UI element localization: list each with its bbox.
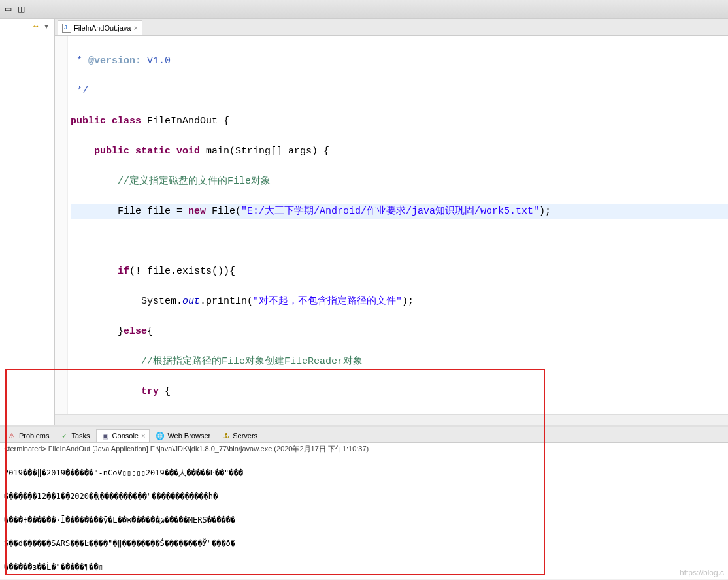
watermark: https://blog.c bbox=[680, 568, 724, 577]
tab-label: Servers bbox=[233, 432, 257, 440]
console-line: �������12��1��2020��˻����������"��������… bbox=[4, 491, 724, 502]
console-icon: ▣ bbox=[101, 431, 110, 440]
tab-label: Tasks bbox=[71, 432, 90, 440]
console-line: 2019���‖�2019������"-nCoV▯▯▯▯▯2019���人��… bbox=[4, 467, 724, 479]
tab-label: Problems bbox=[19, 432, 49, 440]
minimize-icon[interactable]: ▭ bbox=[3, 4, 13, 14]
horizontal-scrollbar[interactable] bbox=[55, 414, 728, 425]
console-line: Ś��d������SARS���Ŀ����"�‖��������Ś������… bbox=[4, 538, 724, 549]
side-panel: ↔ ▾ bbox=[0, 18, 55, 425]
close-icon[interactable]: × bbox=[141, 432, 145, 440]
restore-icon[interactable]: ◫ bbox=[16, 4, 26, 14]
tab-servers[interactable]: 🖧 Servers bbox=[216, 429, 262, 442]
editor-tab-fileinandout[interactable]: FileInAndOut.java × bbox=[58, 20, 142, 35]
tasks-icon: ✓ bbox=[59, 431, 69, 440]
close-icon[interactable]: × bbox=[133, 24, 137, 32]
code-area[interactable]: * @version: V1.0 */ public class FileInA… bbox=[68, 36, 728, 414]
console-line: ������з��Ĺ�"�����¶��▯ bbox=[4, 561, 724, 573]
globe-icon: 🌐 bbox=[156, 431, 165, 440]
console-output[interactable]: 2019���‖�2019������"-nCoV▯▯▯▯▯2019���人��… bbox=[0, 455, 728, 579]
editor-tab-label: FileInAndOut.java bbox=[74, 24, 131, 32]
toolbar-strip: ▭ ◫ bbox=[0, 0, 728, 18]
java-file-icon bbox=[62, 24, 71, 33]
tab-console[interactable]: ▣ Console × bbox=[96, 429, 150, 442]
tab-tasks[interactable]: ✓ Tasks bbox=[55, 429, 94, 442]
main-area: ↔ ▾ FileInAndOut.java × * @version: V1.0… bbox=[0, 18, 728, 425]
editor-tabbar: FileInAndOut.java × bbox=[55, 19, 728, 36]
bottom-tabbar: ⚠ Problems ✓ Tasks ▣ Console × 🌐 Web Bro… bbox=[0, 427, 728, 443]
tab-web-browser[interactable]: 🌐 Web Browser bbox=[151, 429, 215, 442]
editor-area: FileInAndOut.java × * @version: V1.0 */ … bbox=[55, 18, 728, 425]
editor-content[interactable]: * @version: V1.0 */ public class FileInA… bbox=[55, 36, 728, 414]
editor-ruler bbox=[55, 36, 68, 414]
tab-problems[interactable]: ⚠ Problems bbox=[3, 429, 54, 442]
bottom-pane: ⚠ Problems ✓ Tasks ▣ Console × 🌐 Web Bro… bbox=[0, 425, 728, 579]
console-status: <terminated> FileInAndOut [Java Applicat… bbox=[0, 443, 728, 455]
tab-label: Web Browser bbox=[167, 432, 210, 440]
servers-icon: 🖧 bbox=[221, 431, 230, 440]
console-line: ����Ŧ������·Ī��������ȳ�L��ж������ش�����M… bbox=[4, 514, 724, 526]
tab-label: Console bbox=[112, 432, 139, 440]
menu-icon[interactable]: ▾ bbox=[41, 21, 52, 31]
sync-icon[interactable]: ↔ bbox=[31, 21, 41, 31]
problems-icon: ⚠ bbox=[7, 431, 16, 440]
